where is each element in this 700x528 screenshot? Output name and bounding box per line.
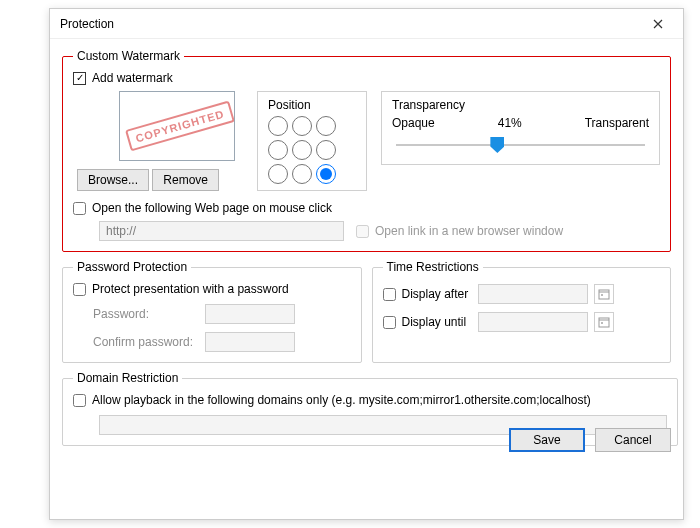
display-after-checkbox[interactable]: [383, 288, 396, 301]
content-area: Custom Watermark ✓ Add watermark COPYRIG…: [50, 39, 683, 462]
open-web-label: Open the following Web page on mouse cli…: [92, 201, 332, 215]
add-watermark-label: Add watermark: [92, 71, 173, 85]
svg-rect-2: [601, 294, 603, 296]
calendar-icon[interactable]: [594, 284, 614, 304]
open-web-checkbox[interactable]: [73, 202, 86, 215]
close-button[interactable]: [643, 9, 673, 39]
protect-password-label: Protect presentation with a password: [92, 282, 289, 296]
transparent-label: Transparent: [585, 116, 649, 130]
watermark-settings-row: COPYRIGHTED Browse... Remove Position: [73, 91, 660, 191]
close-icon: [653, 19, 663, 29]
position-radio-mc[interactable]: [292, 140, 312, 160]
allow-playback-label: Allow playback in the following domains …: [92, 393, 591, 407]
titlebar: Protection: [50, 9, 683, 39]
display-until-input[interactable]: [478, 312, 588, 332]
open-web-row: Open the following Web page on mouse cli…: [73, 201, 660, 215]
password-legend: Password Protection: [73, 260, 191, 274]
add-watermark-row: ✓ Add watermark: [73, 71, 660, 85]
svg-rect-0: [599, 290, 609, 299]
watermark-preview: COPYRIGHTED: [119, 91, 235, 161]
transparency-label: Transparency: [392, 98, 649, 112]
time-restrictions-group: Time Restrictions Display after Display …: [372, 260, 672, 363]
position-group: Position: [257, 91, 367, 191]
remove-button[interactable]: Remove: [152, 169, 219, 191]
cancel-button[interactable]: Cancel: [595, 428, 671, 452]
dialog-footer: Save Cancel: [509, 428, 671, 452]
display-until-label: Display until: [402, 315, 472, 329]
protect-password-checkbox[interactable]: [73, 283, 86, 296]
open-new-window-checkbox[interactable]: [356, 225, 369, 238]
slider-thumb[interactable]: [490, 137, 504, 153]
open-new-window-label: Open link in a new browser window: [375, 224, 563, 238]
svg-rect-3: [599, 318, 609, 327]
transparency-slider[interactable]: [392, 134, 649, 158]
allow-playback-checkbox[interactable]: [73, 394, 86, 407]
position-label: Position: [268, 98, 356, 112]
password-input[interactable]: [205, 304, 295, 324]
transparency-group: Transparency Opaque 41% Transparent: [381, 91, 660, 165]
display-after-input[interactable]: [478, 284, 588, 304]
confirm-password-input[interactable]: [205, 332, 295, 352]
browse-button[interactable]: Browse...: [77, 169, 149, 191]
confirm-password-label: Confirm password:: [93, 335, 199, 349]
url-input[interactable]: [99, 221, 344, 241]
opaque-label: Opaque: [392, 116, 435, 130]
position-radio-br[interactable]: [316, 164, 336, 184]
display-after-label: Display after: [402, 287, 472, 301]
position-radio-tc[interactable]: [292, 116, 312, 136]
calendar-icon[interactable]: [594, 312, 614, 332]
custom-watermark-group: Custom Watermark ✓ Add watermark COPYRIG…: [62, 49, 671, 252]
password-protection-group: Password Protection Protect presentation…: [62, 260, 362, 363]
display-until-checkbox[interactable]: [383, 316, 396, 329]
position-radio-tl[interactable]: [268, 116, 288, 136]
position-radio-bc[interactable]: [292, 164, 312, 184]
position-radio-ml[interactable]: [268, 140, 288, 160]
protection-dialog: Protection Custom Watermark ✓ Add waterm…: [49, 8, 684, 520]
domain-legend: Domain Restriction: [73, 371, 182, 385]
window-title: Protection: [60, 17, 114, 31]
custom-watermark-legend: Custom Watermark: [73, 49, 184, 63]
password-label: Password:: [93, 307, 199, 321]
position-radio-mr[interactable]: [316, 140, 336, 160]
slider-track: [396, 144, 645, 146]
position-radio-tr[interactable]: [316, 116, 336, 136]
transparency-percent: 41%: [498, 116, 522, 130]
time-legend: Time Restrictions: [383, 260, 483, 274]
svg-rect-5: [601, 322, 603, 324]
add-watermark-checkbox[interactable]: ✓: [73, 72, 86, 85]
save-button[interactable]: Save: [509, 428, 585, 452]
position-radio-bl[interactable]: [268, 164, 288, 184]
watermark-stamp-text: COPYRIGHTED: [125, 101, 235, 152]
